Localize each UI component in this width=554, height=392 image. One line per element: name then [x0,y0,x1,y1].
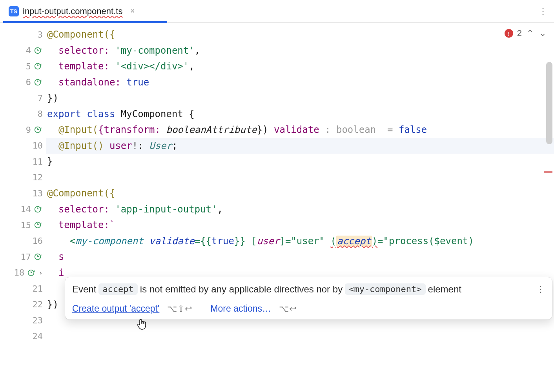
close-tab-icon[interactable]: × [130,7,135,15]
code-text: user [257,236,280,247]
inspection-text: Event [72,284,96,295]
code-text: ={{ [195,236,211,247]
code-text: @Component({ [47,29,115,40]
code-text: ) [262,124,274,135]
line-number: 24 [33,331,43,341]
line-number: 8 [33,109,43,119]
line-number: 23 [33,316,43,325]
inspection-code-token: accept [98,283,137,295]
code-text: '<div></div>' [115,61,189,72]
shortcut-hint: ⌥⇧↩ [167,304,192,314]
code-text: 'app-input-output' [115,204,217,215]
code-text: User [149,140,172,151]
code-text: , [195,45,200,56]
error-icon: ! [505,29,513,38]
code-text: @Input( [47,124,98,135]
tab-filename: input-output.component.ts [23,6,122,16]
code-area[interactable]: @Component({ selector: 'my-component', t… [46,23,554,392]
code-text: user [109,140,132,151]
line-number: 18 [14,268,25,278]
code-text: template: [47,61,115,72]
quickfix-link[interactable]: Create output 'accept' [72,303,159,314]
gutter-marker-icon[interactable] [33,220,43,230]
code-text: validate [274,124,325,135]
code-text: = [382,124,399,135]
code-text: booleanAttribute [166,124,257,135]
vertical-scrollbar[interactable] [546,62,552,144]
code-text: @Component({ [47,188,115,199]
gutter-marker-icon[interactable] [27,268,36,278]
code-text: selector: [47,204,115,215]
gutter-marker-icon[interactable] [33,125,43,134]
code-text: ]= [279,236,291,247]
gutter-marker-icon[interactable] [33,46,43,55]
line-number: 21 [33,284,43,294]
code-text: my-component [75,236,143,247]
code-text: @Input() [47,140,109,151]
gutter: 3 4 5 6 7 8 9 10 11 12 13 14 15 16 17 18… [0,23,46,392]
code-text: }) [47,299,58,310]
line-number: 17 [21,252,31,262]
code-text [325,236,330,247]
code-text: s [47,251,64,262]
gutter-marker-icon[interactable] [33,252,43,261]
prev-error-icon[interactable]: ⌃ [526,28,534,38]
typescript-file-icon: TS [9,6,19,16]
code-error-token: accept [336,236,372,247]
line-number: 4 [21,45,31,55]
code-text: selector: [47,45,115,56]
code-text: } [257,124,262,135]
code-text: : boolean [325,124,382,135]
line-number: 10 [33,141,43,151]
code-text: ; [172,140,177,151]
inspection-options-icon[interactable]: ⋮ [536,284,545,294]
line-number: 6 [21,77,31,87]
line-number: 14 [21,204,31,214]
editor-tab[interactable]: TS input-output.component.ts × [3,0,140,22]
gutter-marker-icon[interactable] [33,205,43,214]
code-text: export [47,109,87,120]
error-stripe-mark[interactable] [544,171,552,173]
more-actions-link[interactable]: More actions… [210,303,271,314]
code-text: template:` [47,220,115,230]
tab-options-icon[interactable]: ⋮ [535,4,551,19]
inspection-message: Event accept is not emitted by any appli… [72,283,545,295]
shortcut-hint: ⌥↩ [279,304,297,314]
line-number: 9 [21,125,31,135]
code-text [144,236,149,247]
code-text: "process($event) [383,236,474,247]
code-text: } [47,156,53,167]
gutter-marker-icon[interactable] [33,62,43,71]
editor: 3 4 5 6 7 8 9 10 11 12 13 14 15 16 17 18… [0,23,554,392]
code-text: { [189,109,194,120]
inspection-text: is not emitted by any applicable directi… [140,284,343,295]
code-text: , [189,61,194,72]
code-text: }) [47,93,58,103]
code-text: }} [ [234,236,257,247]
code-text: = [377,236,383,247]
code-text: < [47,236,75,247]
code-text: false [399,124,427,135]
code-text: i [47,267,64,278]
line-number: 7 [33,93,43,103]
problems-widget[interactable]: ! 2 ⌃ ⌄ [505,28,547,38]
line-number: 3 [33,30,43,40]
tab-bar: TS input-output.component.ts × ⋮ [0,0,554,23]
code-text: "user" [291,236,325,247]
code-text: validate [149,236,195,247]
inspection-text: element [428,284,461,295]
line-number: 12 [33,172,43,182]
code-text: standalone: [47,77,126,88]
code-text: , [217,204,222,215]
fold-chevron-icon[interactable]: › [38,269,43,277]
code-text: {transform: [98,124,166,135]
gutter-marker-icon[interactable] [33,78,43,87]
line-number: 13 [33,189,43,198]
code-text: true [126,77,149,88]
line-number: 5 [21,62,31,71]
code-text: ( [331,236,336,247]
line-number: 11 [33,157,43,167]
next-error-icon[interactable]: ⌄ [538,28,547,38]
code-text: MyComponent [121,109,189,120]
code-text: class [87,109,121,120]
